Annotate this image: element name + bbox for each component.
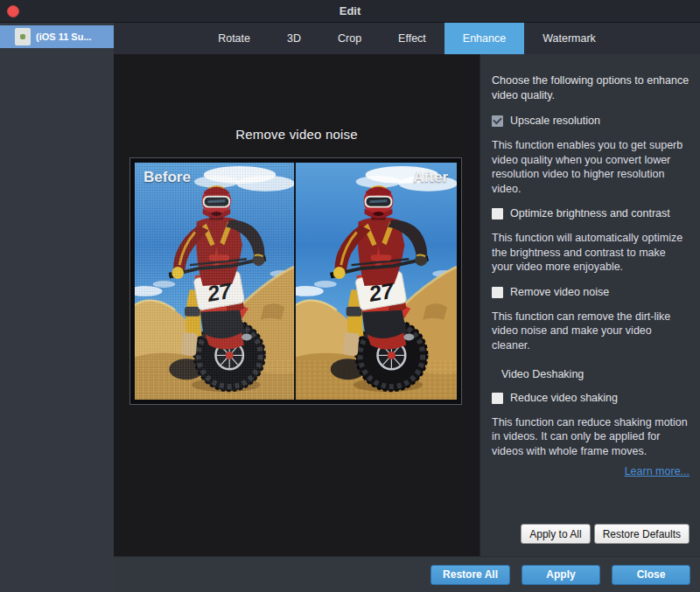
title-bar: Edit xyxy=(0,0,700,23)
option-upscale-resolution: Upscale resolution xyxy=(492,114,690,129)
sidebar-item-label: (iOS 11 Su... xyxy=(36,31,92,42)
tab-enhance[interactable]: Enhance xyxy=(444,23,524,54)
learn-more-row: Learn more... xyxy=(492,464,690,479)
after-scene: 27 xyxy=(296,163,457,400)
option-reduce-shaking: Reduce video shaking xyxy=(492,391,690,406)
tab-3d[interactable]: 3D xyxy=(269,23,319,54)
option-description: This function can remove the dirt-like v… xyxy=(492,310,690,353)
before-scene: 27 xyxy=(135,163,294,400)
tab-crop[interactable]: Crop xyxy=(319,23,380,54)
sidebar: (iOS 11 Su... xyxy=(0,23,114,592)
tab-watermark[interactable]: Watermark xyxy=(524,23,614,54)
window-body: (iOS 11 Su... Rotate 3D Crop Effect Enha… xyxy=(0,23,700,592)
edit-window: Edit (iOS 11 Su... Rotate 3D Crop Effect… xyxy=(0,0,700,592)
apply-button[interactable]: Apply xyxy=(522,565,600,585)
option-optimize-brightness: Optimize brightness and contrast xyxy=(492,206,690,221)
panel-spacer xyxy=(492,478,690,524)
panel-intro-text: Choose the following options to enhance … xyxy=(492,73,690,102)
checkbox-upscale-resolution[interactable] xyxy=(492,115,503,127)
checkbox-reduce-shaking[interactable] xyxy=(492,393,503,404)
option-label: Reduce video shaking xyxy=(510,391,618,406)
before-image: 27 Before xyxy=(135,163,296,400)
before-after-frame: 27 Before 27 xyxy=(130,157,462,405)
footer-bar: Restore All Apply Close xyxy=(114,556,700,592)
option-description: This function enables you to get superb … xyxy=(492,138,690,197)
tab-rotate[interactable]: Rotate xyxy=(200,23,269,54)
apply-to-all-button[interactable]: Apply to All xyxy=(521,524,590,544)
option-description: This function will automatically optimiz… xyxy=(492,231,690,275)
tab-bar: Rotate 3D Crop Effect Enhance Watermark xyxy=(114,23,700,54)
content-row: Remove video noise 27 Before xyxy=(114,54,700,556)
restore-all-button[interactable]: Restore All xyxy=(430,565,510,585)
enhance-options-panel: Choose the following options to enhance … xyxy=(480,54,700,556)
option-remove-noise: Remove video noise xyxy=(492,285,690,300)
before-label: Before xyxy=(144,169,191,186)
close-button[interactable]: Close xyxy=(612,565,690,585)
restore-defaults-button[interactable]: Restore Defaults xyxy=(594,524,690,544)
checkbox-optimize-brightness[interactable] xyxy=(492,208,503,219)
option-label: Upscale resolution xyxy=(510,114,600,129)
preview-area: Remove video noise 27 Before xyxy=(114,54,480,556)
sidebar-item-video[interactable]: (iOS 11 Su... xyxy=(0,25,114,48)
preview-heading: Remove video noise xyxy=(114,127,480,142)
option-label: Remove video noise xyxy=(510,285,609,300)
window-title: Edit xyxy=(340,4,361,17)
video-deshaking-label: Video Deshaking xyxy=(501,367,690,382)
video-thumbnail-icon xyxy=(15,28,31,45)
checkbox-remove-noise[interactable] xyxy=(492,287,503,298)
panel-button-row: Apply to All Restore Defaults xyxy=(492,524,690,544)
bike-number: 27 xyxy=(367,278,396,306)
option-description: This function can reduce shaking motion … xyxy=(492,415,690,459)
main-column: Rotate 3D Crop Effect Enhance Watermark … xyxy=(114,23,700,592)
learn-more-link[interactable]: Learn more... xyxy=(625,465,690,477)
close-window-icon[interactable] xyxy=(7,5,19,17)
after-image: 27 After xyxy=(296,163,457,400)
after-label: After xyxy=(413,169,448,186)
tab-effect[interactable]: Effect xyxy=(380,23,444,54)
option-label: Optimize brightness and contrast xyxy=(510,206,670,221)
